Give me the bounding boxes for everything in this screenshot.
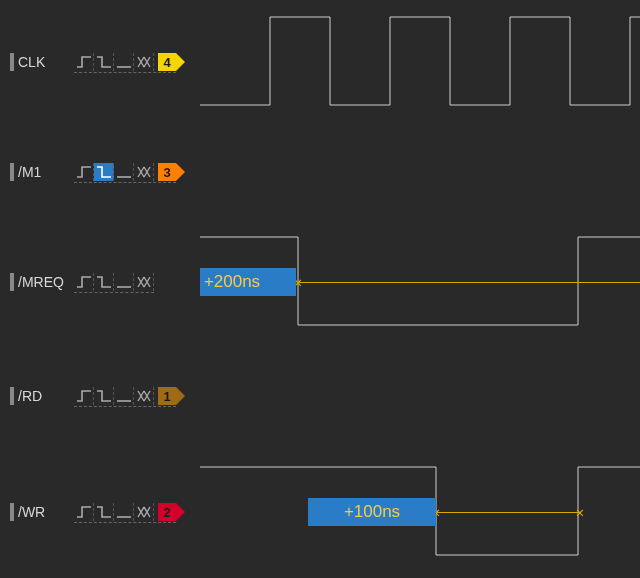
- signal-edge-toolbar: 1: [74, 387, 176, 405]
- signal-label-area: /MREQ: [10, 273, 68, 291]
- timing-highlight: [436, 512, 580, 513]
- signal-edge-toolbar: 4: [74, 53, 176, 71]
- edge-tool-low[interactable]: [114, 503, 134, 521]
- edge-tool-rise[interactable]: [74, 163, 94, 181]
- signal-color-bar: [10, 53, 14, 71]
- signal-row: /M13: [0, 117, 640, 227]
- edge-tool-fall[interactable]: [94, 163, 114, 181]
- waveform-area[interactable]: ✕✕+100ns: [200, 457, 640, 567]
- edge-tool-low[interactable]: [114, 163, 134, 181]
- edge-tool-xx[interactable]: [134, 387, 154, 405]
- signal-row: /RD1: [0, 341, 640, 451]
- signal-label-area: CLK: [10, 53, 68, 71]
- signal-name[interactable]: CLK: [18, 54, 68, 70]
- edge-tool-rise[interactable]: [74, 273, 94, 291]
- signal-color-bar: [10, 163, 14, 181]
- edge-tool-fall[interactable]: [94, 503, 114, 521]
- timing-marker-icon: ✕: [576, 504, 584, 520]
- signal-name[interactable]: /RD: [18, 388, 68, 404]
- edge-count-tag[interactable]: 1: [158, 387, 176, 405]
- signal-row: CLK4: [0, 7, 640, 117]
- signal-label-area: /RD: [10, 387, 68, 405]
- edge-tool-xx[interactable]: [134, 163, 154, 181]
- edge-tool-low[interactable]: [114, 273, 134, 291]
- waveform-area[interactable]: [200, 117, 640, 227]
- edge-tool-xx[interactable]: [134, 503, 154, 521]
- signal-edge-toolbar: 2: [74, 503, 176, 521]
- signal-edge-toolbar: 3: [74, 163, 176, 181]
- signal-color-bar: [10, 503, 14, 521]
- signal-row: /MREQ ✕✕+200ns: [0, 227, 640, 337]
- edge-tool-low[interactable]: [114, 387, 134, 405]
- edge-count-tag[interactable]: 2: [158, 503, 176, 521]
- edge-tool-xx[interactable]: [134, 53, 154, 71]
- waveform-area[interactable]: ✕✕+200ns: [200, 227, 640, 337]
- signal-name[interactable]: /M1: [18, 164, 68, 180]
- edge-tool-fall[interactable]: [94, 387, 114, 405]
- edge-count-tag[interactable]: 3: [158, 163, 176, 181]
- signal-name[interactable]: /WR: [18, 504, 68, 520]
- edge-count-tag[interactable]: 4: [158, 53, 176, 71]
- signal-color-bar: [10, 273, 14, 291]
- edge-tool-rise[interactable]: [74, 387, 94, 405]
- edge-tool-rise[interactable]: [74, 53, 94, 71]
- edge-tool-low[interactable]: [114, 53, 134, 71]
- waveform-area[interactable]: [200, 341, 640, 451]
- edge-tool-fall[interactable]: [94, 273, 114, 291]
- signal-label-area: /M1: [10, 163, 68, 181]
- timing-highlight: [298, 282, 640, 283]
- signal-label-area: /WR: [10, 503, 68, 521]
- edge-tool-xx[interactable]: [134, 273, 154, 291]
- timing-annotation[interactable]: +100ns: [308, 498, 436, 526]
- timing-annotation[interactable]: +200ns: [200, 268, 296, 296]
- signal-edge-toolbar: [74, 273, 154, 291]
- edge-tool-rise[interactable]: [74, 503, 94, 521]
- edge-tool-fall[interactable]: [94, 53, 114, 71]
- signal-row: /WR2 ✕✕+100ns: [0, 457, 640, 567]
- waveform-area[interactable]: [200, 7, 640, 117]
- signal-color-bar: [10, 387, 14, 405]
- signal-name[interactable]: /MREQ: [18, 274, 68, 290]
